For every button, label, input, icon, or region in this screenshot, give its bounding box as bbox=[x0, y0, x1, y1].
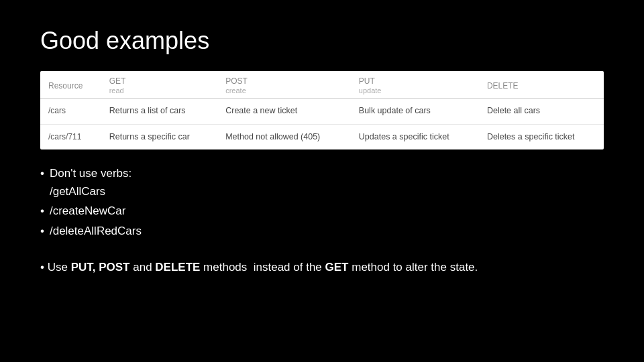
cell-post-2: Method not allowed (405) bbox=[217, 124, 351, 149]
col-post-sub: create bbox=[225, 86, 246, 95]
bold-get: GET bbox=[325, 261, 349, 274]
bullet-dot-1: • bbox=[40, 164, 44, 182]
cell-delete-1: Delete all cars bbox=[479, 99, 604, 125]
bold-put-post: PUT, POST bbox=[71, 261, 130, 274]
bullet-text-1: Don't use verbs:/getAllCars bbox=[50, 164, 131, 200]
slide: Good examples Resource GETread POSTcreat… bbox=[0, 0, 644, 362]
cell-put-1: Bulk update of cars bbox=[351, 99, 479, 125]
cell-resource-2: /cars/711 bbox=[40, 124, 101, 149]
cell-post-1: Create a new ticket bbox=[217, 99, 351, 125]
bullet-text-3: /deleteAllRedCars bbox=[50, 222, 142, 240]
col-resource: Resource bbox=[40, 71, 101, 99]
bold-delete: DELETE bbox=[155, 261, 200, 274]
table-container: Resource GETread POSTcreate PUTupdate DE… bbox=[40, 71, 604, 149]
note-line: • Use PUT, POST and DELETE methods inste… bbox=[40, 259, 604, 276]
col-put-sub: update bbox=[359, 86, 382, 95]
cell-get-1: Returns a list of cars bbox=[101, 99, 218, 125]
bullet-item-3: • /deleteAllRedCars bbox=[40, 222, 604, 240]
cell-resource-1: /cars bbox=[40, 99, 101, 125]
bullet-dot-2: • bbox=[40, 202, 44, 220]
col-put: PUTupdate bbox=[351, 71, 479, 99]
slide-title: Good examples bbox=[40, 27, 604, 55]
col-delete: DELETE bbox=[479, 71, 604, 99]
bullet-item-2: • /createNewCar bbox=[40, 202, 604, 220]
table-row: /cars/711 Returns a specific car Method … bbox=[40, 124, 604, 149]
bullet-dot-3: • bbox=[40, 222, 44, 240]
cell-get-2: Returns a specific car bbox=[101, 124, 218, 149]
cell-delete-2: Deletes a specific ticket bbox=[479, 124, 604, 149]
cell-put-2: Updates a specific ticket bbox=[351, 124, 479, 149]
col-get: GETread bbox=[101, 71, 218, 99]
col-get-sub: read bbox=[109, 86, 124, 95]
bullet-section: • Don't use verbs:/getAllCars • /createN… bbox=[40, 164, 604, 240]
bullet-text-2: /createNewCar bbox=[50, 202, 125, 220]
bullet-item-1: • Don't use verbs:/getAllCars bbox=[40, 164, 604, 200]
examples-table: Resource GETread POSTcreate PUTupdate DE… bbox=[40, 71, 604, 149]
col-post: POSTcreate bbox=[217, 71, 351, 99]
table-row: /cars Returns a list of cars Create a ne… bbox=[40, 99, 604, 125]
